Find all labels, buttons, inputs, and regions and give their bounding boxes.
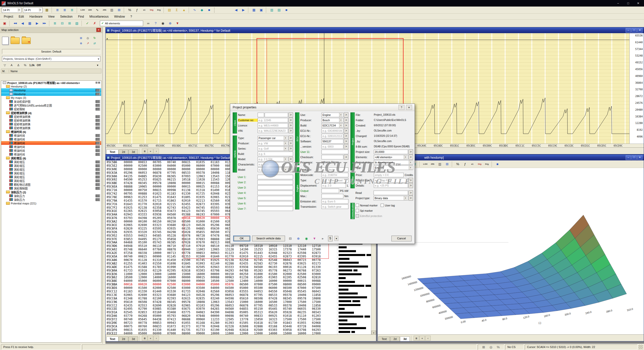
project-type-more-button[interactable]: > bbox=[409, 178, 413, 183]
model-more-button[interactable]: > bbox=[289, 157, 293, 162]
compare-icon[interactable]: ▧ bbox=[73, 20, 80, 26]
elements-more-button[interactable]: > bbox=[409, 155, 413, 160]
user-2-input[interactable] bbox=[257, 180, 293, 185]
resize-grip[interactable] bbox=[638, 345, 643, 349]
panel-close-button[interactable]: ✕ bbox=[96, 28, 101, 32]
search-vehicle-data-button[interactable]: Search vehicle data bbox=[252, 236, 285, 241]
window-titlebar[interactable]: ▦ with hexdump] –□✕ bbox=[378, 155, 644, 160]
user-5-input[interactable] bbox=[257, 196, 293, 200]
hex-row[interactable]: 05CD9E00723 00778 00853 00943 01055 0116… bbox=[106, 321, 337, 325]
org-icon[interactable]: Org bbox=[476, 161, 483, 167]
ecu-nr-more-button[interactable]: > bbox=[344, 134, 348, 139]
grid-window-icon[interactable]: ⊞ bbox=[116, 7, 123, 13]
max-input[interactable] bbox=[321, 194, 343, 198]
model-combo[interactable]: e.g. 2010▾ bbox=[258, 167, 288, 172]
motorcode-input[interactable]: e.g. 2190TH bbox=[321, 173, 348, 177]
checksum-more-button[interactable]: > bbox=[344, 155, 348, 160]
menu-edit[interactable]: Edit bbox=[16, 14, 27, 19]
org-icon[interactable]: Org bbox=[148, 7, 155, 13]
tab-3d[interactable]: 3d bbox=[129, 336, 138, 341]
tree-item[interactable]: Hexdump bbox=[1, 88, 101, 92]
tree-column-header[interactable]: M. Name bbox=[1, 69, 101, 73]
minimize-button[interactable]: – bbox=[626, 28, 631, 33]
build-input[interactable]: e.g. 6 bbox=[258, 152, 293, 156]
tree-item[interactable]: 喷油时间 bbox=[1, 152, 101, 156]
web-icon[interactable]: ⊕ bbox=[295, 235, 302, 241]
tree-item[interactable]: 喷油时间 bbox=[1, 134, 101, 137]
percent-icon[interactable]: % bbox=[126, 7, 133, 13]
globe-icon[interactable]: ⊕ bbox=[167, 20, 174, 26]
tree-item[interactable]: Potential maps (221) bbox=[1, 201, 101, 205]
paste-map-icon[interactable]: ⊞ bbox=[66, 20, 73, 26]
column-m[interactable]: M. bbox=[1, 70, 9, 73]
hex-row[interactable]: 05CA8600670 01128 01310 01450 01590 0174… bbox=[106, 258, 337, 262]
bits-25s-icon[interactable]: 25S bbox=[429, 161, 436, 167]
target-icon[interactable]: ◎ bbox=[488, 344, 494, 350]
hex-row[interactable]: 05CCC202435 02553 02690 02828 02965 0310… bbox=[106, 304, 337, 307]
output-input[interactable] bbox=[321, 189, 339, 193]
combo-caret-icon[interactable]: ▾ bbox=[409, 160, 412, 164]
step-back-icon[interactable]: ◀ bbox=[19, 20, 26, 26]
app-maximize-button[interactable]: □ bbox=[624, 1, 632, 6]
pin-icon[interactable]: ▼ bbox=[174, 20, 181, 26]
user-4-input[interactable] bbox=[257, 191, 293, 195]
checksum-sigma-icon[interactable]: Σ bbox=[173, 7, 180, 13]
grid-window-icon[interactable]: ⊞ bbox=[444, 161, 451, 167]
user-11-input[interactable] bbox=[321, 150, 348, 154]
wave-icon[interactable]: ∿ bbox=[94, 7, 101, 13]
dialog-titlebar[interactable]: Project properties ? ✕ bbox=[230, 104, 415, 111]
licence-more-button[interactable]: > bbox=[289, 123, 293, 128]
surface-plot[interactable]: 2500.00160000014000001200000100000080000… bbox=[378, 168, 644, 335]
window-split-icon[interactable]: ▥ bbox=[268, 7, 275, 13]
hex-row[interactable]: 05CBBA00016 00020 00000 02500 03000 0400… bbox=[106, 283, 337, 286]
tree-item[interactable]: 喷油时间 bbox=[1, 141, 101, 145]
software-input[interactable]: 556137 bbox=[321, 139, 343, 144]
hex-row[interactable]: 05CD4603770 04268 05000 05793 06820 0784… bbox=[106, 314, 337, 318]
chevron-down-icon[interactable]: ▾ bbox=[98, 57, 99, 60]
hex-row[interactable]: 05CADE01475 01588 01785 01990 02190 0250… bbox=[106, 265, 337, 269]
chevron-down-icon[interactable]: ▾ bbox=[18, 8, 20, 12]
graph-2d-icon[interactable]: ∿ bbox=[191, 7, 198, 13]
combo-caret-icon[interactable]: ▾ bbox=[404, 155, 407, 159]
ecu-nr-more-button[interactable]: > bbox=[344, 128, 348, 133]
tab-text[interactable]: Text bbox=[378, 336, 390, 341]
menu-selection[interactable]: Selection bbox=[57, 14, 75, 19]
edm-bsl-protection-checkbox[interactable] bbox=[356, 214, 359, 217]
scroll-left-icon[interactable]: ‹ bbox=[153, 336, 159, 341]
project-type-input[interactable]: e.g. Map Pack bbox=[374, 178, 408, 183]
close-button[interactable]: ✕ bbox=[637, 155, 642, 160]
tree-item[interactable]: 喷油时间 bbox=[1, 149, 101, 152]
emission-std-input[interactable]: e.g. Euro 5 bbox=[321, 199, 348, 204]
producer-more-button[interactable]: > bbox=[344, 118, 348, 123]
byte-order-loh-icon[interactable]: LOH bbox=[79, 7, 86, 13]
columns-icon[interactable]: ▥ bbox=[108, 7, 115, 13]
menu-window[interactable]: Window bbox=[111, 14, 128, 19]
customer-no-input[interactable]: e.g. 12345 bbox=[258, 118, 288, 122]
warning-icon[interactable]: ▲ bbox=[181, 7, 187, 13]
hex-row[interactable]: 05CB6210500 12000 14000 16000 00000 0001… bbox=[106, 276, 337, 279]
scroll-left-fast-icon[interactable]: « bbox=[148, 149, 153, 154]
tree-item[interactable]: 涡轮增压 bbox=[1, 160, 101, 164]
search-binoculars-icon[interactable]: ∞ bbox=[145, 20, 152, 26]
hex-row[interactable]: 05CDF600815 01035 01330 01440 01735 0173… bbox=[106, 328, 337, 332]
hex-row[interactable]: 05CBE600000 01500 02000 02500 03000 0350… bbox=[106, 286, 337, 290]
tree-item[interactable]: Hexdump (2) bbox=[1, 84, 101, 88]
vin-more-button[interactable]: > bbox=[289, 128, 293, 133]
combo-caret-icon[interactable]: ▾ bbox=[284, 168, 287, 172]
projects-filter-combo[interactable]: Projects, Versions & Maps: (Ctrl+Shift+F… bbox=[2, 56, 100, 62]
hex-row[interactable]: 05CC9605610 06508 07428 08345 09578 1080… bbox=[106, 300, 337, 304]
combo-caret-icon[interactable]: ▾ bbox=[284, 141, 287, 145]
zoom-icon[interactable]: % bbox=[495, 344, 502, 350]
tree-item[interactable]: 油轨压力 bbox=[1, 198, 101, 201]
filter-icon[interactable]: ▽ bbox=[2, 63, 8, 68]
tree-item[interactable]: 涡轮增压 bbox=[1, 175, 101, 179]
model-more-button[interactable]: > bbox=[289, 167, 293, 172]
project-type-more-button[interactable]: > bbox=[409, 196, 413, 201]
series-more-button[interactable]: > bbox=[289, 146, 293, 151]
eye-icon[interactable]: ◉ bbox=[159, 20, 166, 26]
user-3-input[interactable] bbox=[257, 185, 293, 190]
use-more-button[interactable]: > bbox=[344, 112, 348, 117]
combo-caret-icon[interactable]: ▾ bbox=[339, 118, 342, 122]
tab-text[interactable]: Text bbox=[106, 336, 118, 341]
project-size-input[interactable]: 20,0000 bbox=[374, 150, 408, 154]
